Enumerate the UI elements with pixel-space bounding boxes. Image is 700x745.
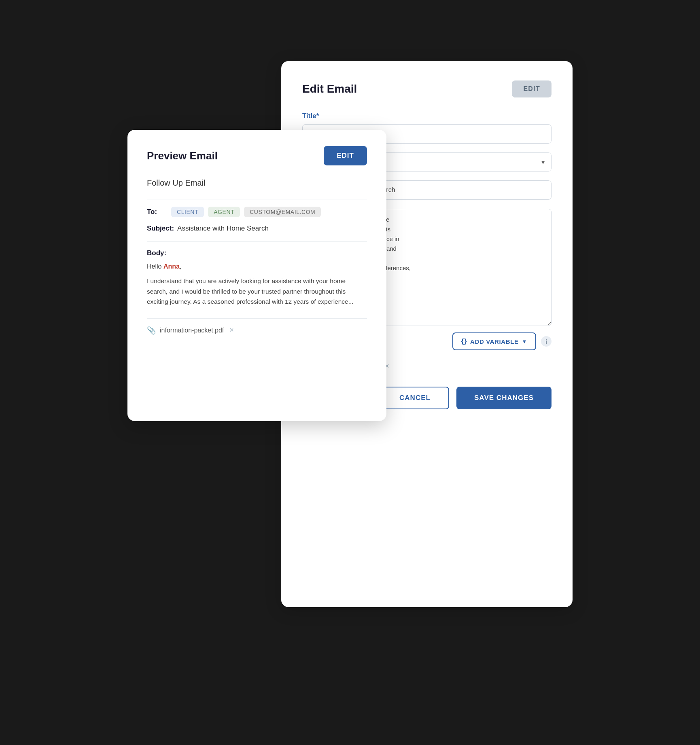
preview-subtitle: Follow Up Email: [147, 178, 367, 188]
save-changes-button[interactable]: SAVE CHANGES: [456, 387, 552, 409]
preview-email-card: Preview Email EDIT Follow Up Email To: C…: [127, 130, 386, 421]
body-greeting: Hello Anna,: [147, 263, 367, 270]
preview-attachment-remove-button[interactable]: ×: [229, 326, 234, 334]
edit-email-header: Edit Email EDIT: [302, 80, 552, 97]
edit-button-blue[interactable]: EDIT: [324, 146, 367, 165]
chevron-down-icon: ▼: [522, 339, 527, 345]
body-label: Body:: [147, 249, 367, 257]
subject-label: Subject:: [147, 224, 174, 233]
preview-header: Preview Email EDIT: [147, 146, 367, 165]
cancel-button[interactable]: CANCEL: [381, 387, 449, 409]
body-paragraph: I understand that you are actively looki…: [147, 276, 367, 307]
subject-row: Subject: Assistance with Home Search: [147, 224, 367, 233]
curly-braces-icon: {}: [461, 337, 467, 345]
preview-attachment-row: 📎 information-packet.pdf ×: [147, 326, 367, 335]
divider-2: [147, 241, 367, 242]
title-field-label: Title*: [302, 112, 552, 120]
edit-email-title: Edit Email: [302, 83, 357, 95]
subject-value: Assistance with Home Search: [177, 224, 269, 233]
preview-attachment-filename: information-packet.pdf: [160, 327, 224, 334]
preview-title: Preview Email: [147, 150, 218, 162]
to-label: To:: [147, 208, 167, 216]
recipient-tag-client: CLIENT: [171, 207, 204, 217]
info-icon[interactable]: i: [541, 336, 552, 347]
divider: [147, 199, 367, 199]
to-row: To: CLIENT AGENT CUSTOM@EMAIL.COM: [147, 207, 367, 217]
recipient-tag-agent: AGENT: [208, 207, 240, 217]
edit-button-gray[interactable]: EDIT: [512, 80, 552, 97]
divider-3: [147, 318, 367, 319]
add-variable-button[interactable]: {} ADD VARIABLE ▼: [452, 332, 536, 350]
paperclip-icon-preview: 📎: [147, 326, 156, 335]
recipient-name: Anna: [163, 263, 180, 270]
recipient-tag-custom: CUSTOM@EMAIL.COM: [244, 207, 321, 217]
